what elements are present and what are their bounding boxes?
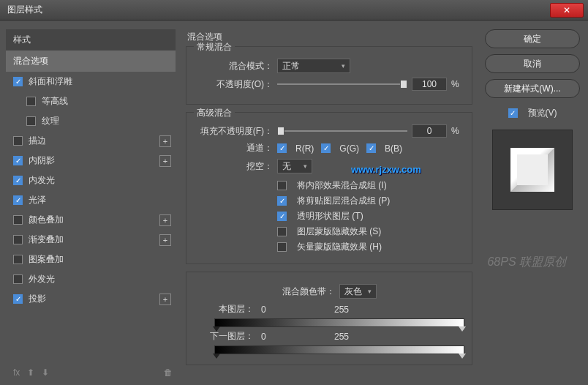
- style-checkbox[interactable]: [13, 255, 23, 264]
- style-label: 颜色叠加: [29, 214, 64, 226]
- style-row-9[interactable]: 图案叠加: [6, 250, 176, 269]
- watermark-footer: 68PS 联盟原创: [487, 255, 566, 270]
- close-button[interactable]: ✕: [550, 3, 584, 18]
- style-row-2[interactable]: 纹理: [6, 111, 176, 131]
- trash-icon[interactable]: 🗑: [164, 367, 173, 378]
- style-checkbox[interactable]: [13, 235, 23, 244]
- channel-label: R(R): [295, 143, 314, 154]
- opacity-unit: %: [451, 79, 464, 89]
- knockout-label: 挖空：: [194, 160, 273, 173]
- watermark-text: www.rjzxw.com: [351, 164, 421, 175]
- buttons-panel: 确定 取消 新建样式(W)... 预览(V): [483, 29, 582, 379]
- style-label: 内阴影: [29, 154, 55, 167]
- preview-label: 预览(V): [528, 107, 557, 119]
- normal-blend-group: 常规混合 混合模式： 正常▾ 不透明度(O)： 100 %: [186, 46, 472, 105]
- add-icon[interactable]: +: [159, 155, 171, 167]
- style-checkbox[interactable]: [13, 77, 23, 86]
- style-label: 渐变叠加: [29, 233, 64, 246]
- blend-mode-label: 混合模式：: [194, 60, 273, 72]
- blend-if-label: 混合颜色带：: [282, 285, 335, 298]
- option-checkbox[interactable]: [277, 181, 287, 190]
- advanced-blend-group: 高级混合 填充不透明度(F)： 0 % 通道： R(R)G(G)B(B) 挖空：…: [186, 112, 472, 264]
- option-label: 将内部效果混合成组 (I): [297, 179, 387, 192]
- add-icon[interactable]: +: [159, 294, 171, 305]
- option-checkbox[interactable]: [277, 212, 287, 221]
- channel-label: 通道：: [194, 142, 273, 154]
- channel-checkbox[interactable]: [366, 143, 376, 153]
- option-checkbox[interactable]: [277, 227, 287, 236]
- under-layer-label: 下一图层：: [194, 330, 254, 343]
- add-icon[interactable]: +: [159, 214, 171, 226]
- normal-blend-legend: 常规混合: [194, 41, 235, 53]
- options-panel: 混合选项 常规混合 混合模式： 正常▾ 不透明度(O)： 100 % 高级混合 …: [183, 29, 475, 379]
- option-label: 矢量蒙版隐藏效果 (H): [297, 241, 382, 253]
- up-icon[interactable]: ⬆: [27, 367, 34, 378]
- add-icon[interactable]: +: [159, 234, 171, 246]
- style-row-5[interactable]: 内发光: [6, 171, 176, 190]
- under-layer-high: 255: [334, 332, 349, 342]
- fill-opacity-slider[interactable]: [277, 126, 407, 136]
- new-style-button[interactable]: 新建样式(W)...: [485, 79, 580, 98]
- styles-panel: 样式 混合选项 斜面和浮雕等高线纹理描边+内阴影+内发光光泽颜色叠加+渐变叠加+…: [6, 29, 176, 379]
- option-checkbox[interactable]: [277, 196, 287, 206]
- style-checkbox[interactable]: [13, 274, 23, 284]
- under-layer-low: 0: [261, 332, 283, 342]
- window-title: 图层样式: [0, 4, 42, 16]
- style-row-1[interactable]: 等高线: [6, 91, 176, 111]
- style-row-6[interactable]: 光泽: [6, 190, 176, 210]
- channel-checkbox[interactable]: [321, 143, 331, 153]
- blending-options-row[interactable]: 混合选项: [6, 51, 176, 72]
- option-checkbox[interactable]: [277, 242, 287, 252]
- down-icon[interactable]: ⬇: [42, 367, 49, 378]
- style-checkbox[interactable]: [13, 136, 23, 146]
- cancel-button[interactable]: 取消: [485, 54, 580, 73]
- fill-opacity-unit: %: [451, 126, 464, 136]
- this-layer-label: 本图层：: [194, 303, 254, 315]
- style-label: 斜面和浮雕: [29, 75, 72, 88]
- under-layer-gradient[interactable]: [214, 345, 464, 354]
- this-layer-high: 255: [334, 304, 349, 315]
- style-row-10[interactable]: 外发光: [6, 269, 176, 289]
- style-checkbox[interactable]: [13, 294, 23, 304]
- style-row-7[interactable]: 颜色叠加+: [6, 210, 176, 230]
- styles-footer: fx ⬆ ⬇ 🗑: [13, 367, 173, 378]
- style-row-8[interactable]: 渐变叠加+: [6, 230, 176, 250]
- fill-opacity-label: 填充不透明度(F)：: [194, 125, 273, 138]
- blend-mode-select[interactable]: 正常▾: [277, 59, 350, 73]
- blend-if-select[interactable]: 灰色▾: [339, 284, 377, 299]
- style-checkbox[interactable]: [13, 156, 23, 165]
- this-layer-gradient[interactable]: [214, 318, 464, 327]
- style-label: 外发光: [29, 273, 55, 285]
- style-checkbox[interactable]: [13, 215, 23, 225]
- style-label: 投影: [29, 293, 46, 305]
- blend-if-group: 混合颜色带： 灰色▾ 本图层： 0 255 下一图层： 0 255: [186, 272, 472, 365]
- styles-header: 样式: [6, 29, 176, 51]
- style-row-4[interactable]: 内阴影+: [6, 151, 176, 171]
- opacity-label: 不透明度(O)：: [194, 78, 273, 91]
- fx-label[interactable]: fx: [13, 367, 20, 378]
- style-row-3[interactable]: 描边+: [6, 131, 176, 151]
- preview-thumbnail: [492, 130, 573, 210]
- add-icon[interactable]: +: [159, 135, 171, 147]
- style-checkbox[interactable]: [26, 116, 36, 126]
- style-label: 图案叠加: [29, 253, 64, 266]
- style-label: 内发光: [29, 174, 55, 187]
- fill-opacity-value[interactable]: 0: [412, 124, 447, 138]
- style-row-11[interactable]: 投影+: [6, 289, 176, 309]
- style-label: 描边: [29, 135, 46, 147]
- knockout-select[interactable]: 无▾: [277, 159, 312, 173]
- ok-button[interactable]: 确定: [485, 29, 580, 48]
- style-checkbox[interactable]: [26, 97, 36, 106]
- option-label: 图层蒙版隐藏效果 (S): [297, 225, 381, 238]
- style-checkbox[interactable]: [13, 176, 23, 185]
- titlebar: 图层样式 ✕: [0, 0, 588, 20]
- opacity-slider[interactable]: [277, 79, 407, 89]
- channel-label: B(B): [385, 143, 402, 154]
- preview-checkbox[interactable]: [508, 108, 518, 118]
- opacity-value[interactable]: 100: [412, 78, 447, 91]
- style-row-0[interactable]: 斜面和浮雕: [6, 72, 176, 91]
- channel-checkbox[interactable]: [277, 143, 287, 153]
- style-checkbox[interactable]: [13, 195, 23, 205]
- option-label: 将剪贴图层混合成组 (P): [297, 195, 390, 207]
- this-layer-low: 0: [261, 304, 283, 315]
